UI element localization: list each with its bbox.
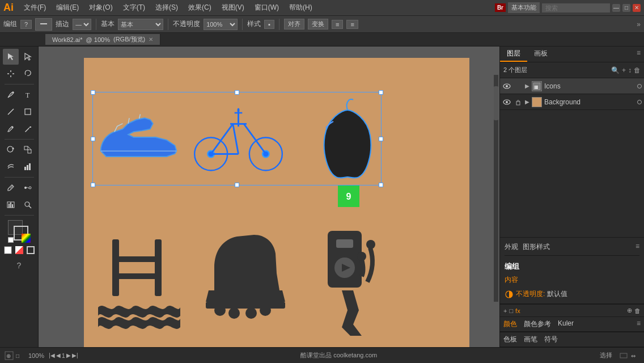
- layers-tab[interactable]: 图层: [500, 47, 527, 62]
- layer-lock-bg[interactable]: [514, 99, 523, 105]
- magic-wand-tool[interactable]: [3, 66, 19, 82]
- zoom-display[interactable]: 100%: [28, 352, 44, 359]
- pencil-tool[interactable]: [20, 121, 36, 137]
- appearance-tab[interactable]: 外观: [505, 242, 518, 252]
- layer-expand-icons[interactable]: ▶: [525, 83, 529, 89]
- content-label[interactable]: 内容: [505, 275, 518, 285]
- canvas-area[interactable]: 9: [39, 47, 499, 347]
- extra-btn1[interactable]: ≡: [332, 20, 343, 29]
- menu-select[interactable]: 选择(S): [151, 2, 183, 14]
- layer-delete-btn[interactable]: 🗑: [634, 66, 641, 74]
- default-colors[interactable]: [8, 237, 14, 243]
- line-tool[interactable]: [3, 104, 19, 120]
- select-tool[interactable]: [3, 49, 19, 65]
- add-appearance-btn[interactable]: +: [503, 307, 507, 314]
- graph-tool[interactable]: [20, 159, 36, 175]
- basic-func-btn[interactable]: 基本功能: [508, 2, 540, 13]
- layer-header: 2 个图层 🔍 + ↕ 🗑: [500, 62, 644, 78]
- color-none[interactable]: [4, 246, 12, 254]
- basic-select[interactable]: 基本: [118, 19, 163, 30]
- menu-view[interactable]: 视图(V): [217, 2, 249, 14]
- layer-visibility-icons[interactable]: [502, 82, 511, 91]
- no-color[interactable]: [15, 246, 23, 254]
- question-btn[interactable]: ?: [20, 20, 32, 29]
- window-close[interactable]: ✕: [633, 4, 641, 12]
- fx-btn[interactable]: fx: [515, 307, 520, 314]
- layer-move-btn[interactable]: ↕: [628, 66, 632, 74]
- expand-btn[interactable]: »: [637, 20, 641, 28]
- zoom-tool[interactable]: [20, 197, 36, 213]
- br-logo[interactable]: Br: [495, 3, 506, 12]
- svg-rect-34: [112, 273, 162, 279]
- page-num[interactable]: 1: [62, 352, 65, 359]
- scale-tool[interactable]: [20, 142, 36, 158]
- lasso-tool[interactable]: [20, 66, 36, 82]
- layer-search-btn[interactable]: 🔍: [611, 66, 620, 74]
- page-first-btn[interactable]: |◀: [49, 352, 55, 358]
- rotate-tool[interactable]: [3, 142, 19, 158]
- symbols-tab[interactable]: 符号: [544, 335, 558, 344]
- extra-btn2[interactable]: ≡: [346, 20, 358, 29]
- opacity-select[interactable]: 100%: [204, 19, 238, 30]
- menu-text[interactable]: 文字(T): [118, 2, 150, 14]
- menu-object[interactable]: 对象(O): [84, 2, 117, 14]
- type-tool[interactable]: T: [20, 87, 36, 103]
- scroll-thumb[interactable]: [494, 86, 498, 120]
- artboard-tab[interactable]: 画板: [527, 47, 554, 62]
- search-input[interactable]: [542, 3, 610, 12]
- props-options[interactable]: ≡: [635, 242, 639, 252]
- vertical-scrollbar[interactable]: [494, 75, 498, 302]
- handle-tm[interactable]: [235, 90, 239, 95]
- window-maximize[interactable]: □: [622, 4, 630, 12]
- layer-row-bg[interactable]: ▶ Background: [500, 94, 644, 110]
- handle-bl[interactable]: [91, 183, 95, 187]
- handle-ml[interactable]: [91, 137, 95, 141]
- page-next-btn[interactable]: ▶: [66, 352, 71, 358]
- question-tool[interactable]: ?: [11, 258, 27, 273]
- eyedropper-tool[interactable]: [3, 180, 19, 196]
- menu-help[interactable]: 帮助(H): [285, 2, 317, 14]
- delete-appearance-btn[interactable]: 🗑: [634, 307, 641, 314]
- stroke-select[interactable]: —: [73, 19, 91, 30]
- align-label[interactable]: 对齐: [284, 19, 304, 29]
- warp-tool[interactable]: [3, 159, 19, 175]
- swap-colors[interactable]: [22, 234, 31, 243]
- swatches-tab[interactable]: 色板: [503, 335, 517, 344]
- pen-tool[interactable]: [3, 87, 19, 103]
- layer-visibility-bg[interactable]: [502, 98, 511, 107]
- color-grid[interactable]: [27, 246, 35, 254]
- layer-expand-bg[interactable]: ▶: [525, 99, 529, 105]
- rect-tool[interactable]: [20, 104, 36, 120]
- graphic-style-tab[interactable]: 图形样式: [523, 242, 550, 252]
- menu-edit[interactable]: 编辑(E): [52, 2, 83, 14]
- menu-window[interactable]: 窗口(W): [250, 2, 283, 14]
- new-layer-btn[interactable]: □: [509, 307, 513, 314]
- tab-close-btn[interactable]: ✕: [149, 36, 153, 43]
- page-prev-btn[interactable]: ◀: [56, 352, 61, 358]
- bottom-panel-options[interactable]: ≡: [637, 319, 641, 329]
- color-ref-tab[interactable]: 颜色参考: [524, 319, 551, 329]
- handle-tl[interactable]: [91, 90, 95, 95]
- menu-effect[interactable]: 效果(C): [184, 2, 216, 14]
- window-minimize[interactable]: —: [612, 4, 620, 12]
- page-last-btn[interactable]: ▶|: [72, 352, 78, 358]
- kuler-tab[interactable]: Kuler: [558, 319, 574, 329]
- brush-tab[interactable]: 画笔: [524, 335, 537, 344]
- tab-filename: Work82.ai*: [52, 36, 83, 43]
- brush-tool[interactable]: [3, 121, 19, 137]
- direct-select-tool[interactable]: [20, 49, 36, 65]
- opacity-prop-label[interactable]: 不透明度:: [516, 289, 545, 299]
- handle-bm[interactable]: [235, 183, 239, 187]
- style-btn[interactable]: ▪: [264, 20, 274, 29]
- layer-new-btn[interactable]: +: [622, 66, 626, 74]
- stroke-icon-btn[interactable]: [35, 18, 52, 31]
- menu-file[interactable]: 文件(F): [19, 2, 50, 14]
- column-graph-tool[interactable]: [3, 197, 19, 213]
- blend-tool[interactable]: [20, 180, 36, 196]
- layer-row-icons[interactable]: ▶ ▦ Icons: [500, 78, 644, 94]
- duplicate-btn[interactable]: ⊕: [627, 307, 632, 314]
- document-tab[interactable]: Work82.ai* @ 100% (RGB/预览) ✕: [45, 34, 160, 45]
- transform-label[interactable]: 变换: [308, 19, 328, 29]
- panel-options[interactable]: ≡: [633, 47, 644, 62]
- color-tab[interactable]: 颜色: [503, 319, 517, 329]
